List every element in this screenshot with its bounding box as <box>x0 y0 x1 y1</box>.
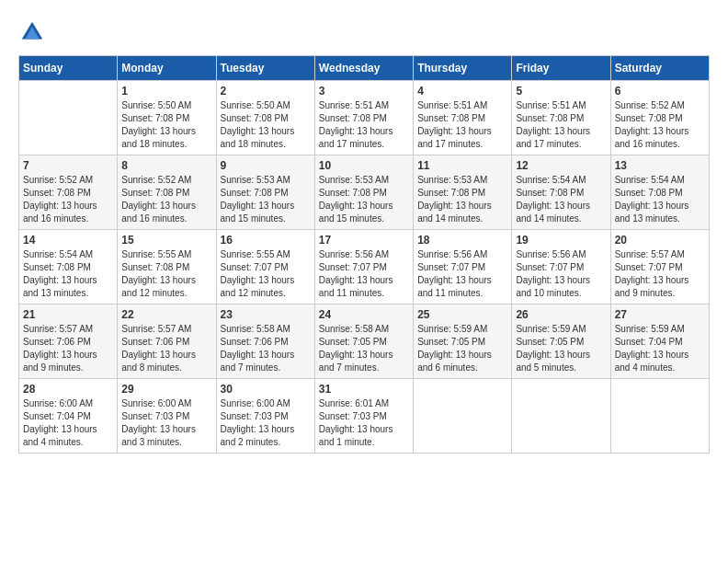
day-number: 4 <box>417 85 507 98</box>
calendar-week-row: 21Sunrise: 5:57 AMSunset: 7:06 PMDayligh… <box>19 304 710 379</box>
day-number: 24 <box>319 308 409 321</box>
day-info: Sunrise: 5:59 AMSunset: 7:04 PMDaylight:… <box>615 323 705 374</box>
day-info: Sunrise: 5:51 AMSunset: 7:08 PMDaylight:… <box>319 99 409 151</box>
calendar-table: SundayMondayTuesdayWednesdayThursdayFrid… <box>18 55 710 454</box>
calendar-day-cell: 27Sunrise: 5:59 AMSunset: 7:04 PMDayligh… <box>610 304 709 379</box>
calendar-week-row: 14Sunrise: 5:54 AMSunset: 7:08 PMDayligh… <box>19 230 710 304</box>
day-info: Sunrise: 5:56 AMSunset: 7:07 PMDaylight:… <box>516 248 606 300</box>
calendar-day-cell: 13Sunrise: 5:54 AMSunset: 7:08 PMDayligh… <box>610 155 709 230</box>
calendar-day-cell: 26Sunrise: 5:59 AMSunset: 7:05 PMDayligh… <box>512 304 610 379</box>
calendar-day-cell: 9Sunrise: 5:53 AMSunset: 7:08 PMDaylight… <box>216 155 314 230</box>
calendar-day-cell: 10Sunrise: 5:53 AMSunset: 7:08 PMDayligh… <box>314 155 413 230</box>
day-info: Sunrise: 5:54 AMSunset: 7:08 PMDaylight:… <box>615 174 705 225</box>
day-number: 9 <box>221 159 311 172</box>
calendar-day-cell: 14Sunrise: 5:54 AMSunset: 7:08 PMDayligh… <box>19 230 118 304</box>
weekday-header-saturday: Saturday <box>610 56 709 81</box>
calendar-day-cell: 25Sunrise: 5:59 AMSunset: 7:05 PMDayligh… <box>414 304 512 379</box>
calendar-day-cell: 22Sunrise: 5:57 AMSunset: 7:06 PMDayligh… <box>118 304 216 379</box>
day-number: 3 <box>319 85 409 98</box>
day-number: 26 <box>516 308 606 321</box>
calendar-day-cell <box>19 81 118 155</box>
day-number: 12 <box>516 159 606 172</box>
day-info: Sunrise: 5:53 AMSunset: 7:08 PMDaylight:… <box>319 174 409 225</box>
day-info: Sunrise: 6:00 AMSunset: 7:03 PMDaylight:… <box>121 397 211 449</box>
day-info: Sunrise: 5:57 AMSunset: 7:06 PMDaylight:… <box>23 323 113 374</box>
day-info: Sunrise: 5:56 AMSunset: 7:07 PMDaylight:… <box>417 248 507 300</box>
calendar-day-cell: 1Sunrise: 5:50 AMSunset: 7:08 PMDaylight… <box>118 81 216 155</box>
calendar-week-row: 28Sunrise: 6:00 AMSunset: 7:04 PMDayligh… <box>19 379 710 454</box>
calendar-day-cell: 31Sunrise: 6:01 AMSunset: 7:03 PMDayligh… <box>314 379 413 454</box>
day-info: Sunrise: 5:58 AMSunset: 7:06 PMDaylight:… <box>221 323 311 374</box>
calendar-day-cell: 20Sunrise: 5:57 AMSunset: 7:07 PMDayligh… <box>610 230 709 304</box>
calendar-day-cell: 16Sunrise: 5:55 AMSunset: 7:07 PMDayligh… <box>216 230 314 304</box>
day-number: 7 <box>23 159 113 172</box>
weekday-header-tuesday: Tuesday <box>216 56 314 81</box>
calendar-day-cell: 6Sunrise: 5:52 AMSunset: 7:08 PMDaylight… <box>610 81 709 155</box>
day-info: Sunrise: 5:51 AMSunset: 7:08 PMDaylight:… <box>516 99 606 151</box>
day-number: 13 <box>615 159 705 172</box>
day-number: 2 <box>221 85 311 98</box>
day-number: 25 <box>417 308 507 321</box>
weekday-header-row: SundayMondayTuesdayWednesdayThursdayFrid… <box>19 56 710 81</box>
calendar-day-cell: 21Sunrise: 5:57 AMSunset: 7:06 PMDayligh… <box>19 304 118 379</box>
weekday-header-monday: Monday <box>118 56 216 81</box>
day-number: 10 <box>319 159 409 172</box>
day-info: Sunrise: 5:56 AMSunset: 7:07 PMDaylight:… <box>319 248 409 300</box>
calendar-day-cell: 30Sunrise: 6:00 AMSunset: 7:03 PMDayligh… <box>216 379 314 454</box>
calendar-day-cell <box>512 379 610 454</box>
calendar-day-cell: 28Sunrise: 6:00 AMSunset: 7:04 PMDayligh… <box>19 379 118 454</box>
day-info: Sunrise: 6:01 AMSunset: 7:03 PMDaylight:… <box>319 397 409 449</box>
day-info: Sunrise: 5:50 AMSunset: 7:08 PMDaylight:… <box>121 99 211 151</box>
weekday-header-sunday: Sunday <box>19 56 118 81</box>
day-number: 18 <box>417 234 507 247</box>
day-number: 30 <box>221 383 311 396</box>
day-number: 22 <box>121 308 211 321</box>
day-number: 28 <box>23 383 113 396</box>
day-number: 14 <box>23 234 113 247</box>
logo-icon <box>18 18 46 46</box>
day-info: Sunrise: 5:52 AMSunset: 7:08 PMDaylight:… <box>23 174 113 225</box>
day-info: Sunrise: 5:57 AMSunset: 7:07 PMDaylight:… <box>615 248 705 300</box>
calendar-day-cell: 29Sunrise: 6:00 AMSunset: 7:03 PMDayligh… <box>118 379 216 454</box>
weekday-header-thursday: Thursday <box>414 56 512 81</box>
calendar-day-cell: 5Sunrise: 5:51 AMSunset: 7:08 PMDaylight… <box>512 81 610 155</box>
day-number: 15 <box>121 234 211 247</box>
day-info: Sunrise: 5:57 AMSunset: 7:06 PMDaylight:… <box>121 323 211 374</box>
day-number: 6 <box>615 85 705 98</box>
calendar-day-cell: 4Sunrise: 5:51 AMSunset: 7:08 PMDaylight… <box>414 81 512 155</box>
day-info: Sunrise: 5:52 AMSunset: 7:08 PMDaylight:… <box>615 99 705 151</box>
day-info: Sunrise: 5:59 AMSunset: 7:05 PMDaylight:… <box>516 323 606 374</box>
calendar-day-cell: 18Sunrise: 5:56 AMSunset: 7:07 PMDayligh… <box>414 230 512 304</box>
day-info: Sunrise: 5:55 AMSunset: 7:07 PMDaylight:… <box>221 248 311 300</box>
day-info: Sunrise: 5:53 AMSunset: 7:08 PMDaylight:… <box>221 174 311 225</box>
calendar-day-cell: 8Sunrise: 5:52 AMSunset: 7:08 PMDaylight… <box>118 155 216 230</box>
day-number: 29 <box>121 383 211 396</box>
day-number: 16 <box>221 234 311 247</box>
calendar-day-cell: 12Sunrise: 5:54 AMSunset: 7:08 PMDayligh… <box>512 155 610 230</box>
calendar-day-cell: 3Sunrise: 5:51 AMSunset: 7:08 PMDaylight… <box>314 81 413 155</box>
weekday-header-friday: Friday <box>512 56 610 81</box>
calendar-day-cell: 2Sunrise: 5:50 AMSunset: 7:08 PMDaylight… <box>216 81 314 155</box>
day-info: Sunrise: 6:00 AMSunset: 7:03 PMDaylight:… <box>221 397 311 449</box>
day-info: Sunrise: 5:54 AMSunset: 7:08 PMDaylight:… <box>516 174 606 225</box>
calendar-day-cell: 15Sunrise: 5:55 AMSunset: 7:08 PMDayligh… <box>118 230 216 304</box>
day-info: Sunrise: 6:00 AMSunset: 7:04 PMDaylight:… <box>23 397 113 449</box>
calendar-week-row: 7Sunrise: 5:52 AMSunset: 7:08 PMDaylight… <box>19 155 710 230</box>
calendar-day-cell <box>610 379 709 454</box>
day-number: 17 <box>319 234 409 247</box>
day-info: Sunrise: 5:51 AMSunset: 7:08 PMDaylight:… <box>417 99 507 151</box>
page-header <box>18 18 710 46</box>
day-number: 21 <box>23 308 113 321</box>
day-info: Sunrise: 5:58 AMSunset: 7:05 PMDaylight:… <box>319 323 409 374</box>
calendar-day-cell: 19Sunrise: 5:56 AMSunset: 7:07 PMDayligh… <box>512 230 610 304</box>
day-info: Sunrise: 5:50 AMSunset: 7:08 PMDaylight:… <box>221 99 311 151</box>
day-number: 31 <box>319 383 409 396</box>
day-number: 19 <box>516 234 606 247</box>
calendar-day-cell: 24Sunrise: 5:58 AMSunset: 7:05 PMDayligh… <box>314 304 413 379</box>
logo <box>18 18 50 46</box>
calendar-day-cell: 7Sunrise: 5:52 AMSunset: 7:08 PMDaylight… <box>19 155 118 230</box>
day-number: 23 <box>221 308 311 321</box>
calendar-day-cell <box>414 379 512 454</box>
day-info: Sunrise: 5:52 AMSunset: 7:08 PMDaylight:… <box>121 174 211 225</box>
day-number: 20 <box>615 234 705 247</box>
